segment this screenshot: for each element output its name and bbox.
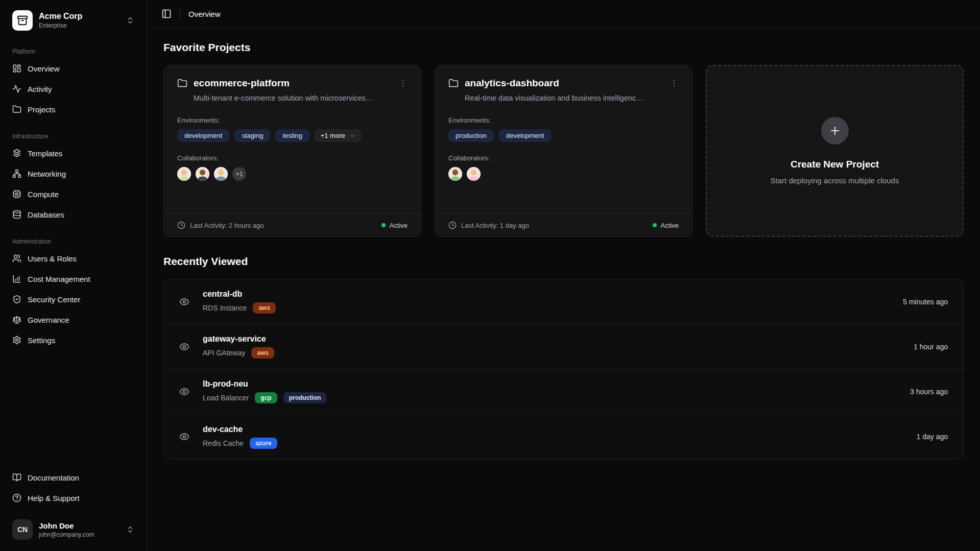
- more-vertical-icon[interactable]: [670, 79, 679, 88]
- database-icon: [12, 210, 21, 219]
- extra-collaborators-badge: +1: [232, 167, 246, 181]
- more-environments-label: +1 more: [321, 132, 345, 139]
- sidebar-item-label: Networking: [28, 170, 66, 178]
- recent-item-gateway-service[interactable]: gateway-service API GAteway aws 1 hour a…: [164, 324, 963, 369]
- environment-badge: staging: [234, 129, 270, 142]
- sidebar-item-label: Documentation: [28, 473, 79, 482]
- timestamp: 3 hours ago: [910, 388, 948, 396]
- eye-icon: [179, 297, 189, 307]
- provider-badge-aws: aws: [251, 347, 274, 358]
- collaborator-avatar: [196, 167, 209, 181]
- eye-icon: [179, 387, 189, 397]
- sidebar-item-label: Templates: [28, 149, 62, 158]
- sidebar: Acme Corp Enterprise Platform Overview A…: [0, 0, 147, 551]
- sidebar-item-label: Projects: [28, 105, 55, 114]
- sidebar-item-label: Governance: [28, 316, 69, 324]
- environment-badge: testing: [275, 129, 309, 142]
- plus-icon: [829, 125, 841, 137]
- sidebar-item-networking[interactable]: Networking: [8, 163, 138, 184]
- users-icon: [12, 254, 21, 263]
- bar-chart-icon: [12, 274, 21, 283]
- layout-dashboard-icon: [12, 64, 21, 73]
- topbar: Overview: [147, 0, 980, 28]
- project-title: ecommerce-platform: [194, 78, 290, 89]
- user-name: John Doe: [39, 521, 94, 530]
- environment-badge: development: [177, 129, 229, 142]
- org-name: Acme Corp: [39, 12, 82, 21]
- sidebar-item-security-center[interactable]: Security Center: [8, 289, 138, 309]
- sidebar-item-help-support[interactable]: Help & Support: [8, 488, 138, 508]
- page-content: Favorite Projects ecommerce-platform Mul…: [147, 28, 980, 551]
- sidebar-item-label: Help & Support: [28, 494, 80, 502]
- environment-badge: development: [499, 129, 551, 142]
- recent-item-dev-cache[interactable]: dev-cache Redis Cache azure 1 day ago: [164, 414, 963, 459]
- recent-item-central-db[interactable]: central-db RDS Instance aws 5 minutes ag…: [164, 279, 963, 324]
- collaborator-avatar: [177, 167, 191, 181]
- project-title: analytics-dashboard: [465, 78, 559, 89]
- resource-name: dev-cache: [203, 425, 277, 434]
- last-activity-text: Last Activity: 1 day ago: [461, 222, 529, 229]
- recent-item-lb-prod-neu[interactable]: lb-prod-neu Load Balancer gcp production…: [164, 369, 963, 414]
- sidebar-item-projects[interactable]: Projects: [8, 99, 138, 119]
- project-card-ecommerce-platform[interactable]: ecommerce-platform Multi-tenant e-commer…: [163, 65, 421, 237]
- help-circle-icon: [12, 493, 21, 502]
- activity-icon: [12, 84, 21, 93]
- status-dot: [381, 223, 386, 227]
- sidebar-item-cost-management[interactable]: Cost Management: [8, 269, 138, 289]
- sidebar-item-governance[interactable]: Governance: [8, 309, 138, 330]
- provider-badge-aws: aws: [253, 302, 276, 314]
- sidebar-item-activity[interactable]: Activity: [8, 79, 138, 99]
- clock-icon: [177, 221, 185, 229]
- resource-type: API GAteway: [203, 349, 245, 357]
- user-menu[interactable]: CN John Doe john@company.com: [8, 515, 138, 544]
- collaborator-avatar: [448, 167, 462, 181]
- favorite-projects-grid: ecommerce-platform Multi-tenant e-commer…: [163, 65, 964, 237]
- sidebar-item-templates[interactable]: Templates: [8, 143, 138, 163]
- project-card-analytics-dashboard[interactable]: analytics-dashboard Real-time data visua…: [435, 65, 692, 237]
- cpu-icon: [12, 189, 21, 199]
- project-description: Real-time data visualization and busines…: [465, 94, 679, 102]
- timestamp: 5 minutes ago: [903, 298, 948, 306]
- chevrons-up-down-icon: [126, 525, 134, 534]
- nav-section-label: Platform: [8, 48, 138, 55]
- chevrons-up-down-icon: [126, 16, 134, 25]
- environment-badge: production: [448, 129, 494, 142]
- resource-type: Redis Cache: [203, 439, 244, 447]
- eye-icon: [179, 342, 189, 352]
- sidebar-item-label: Settings: [28, 336, 55, 345]
- status-badge: Active: [653, 222, 679, 229]
- create-new-project-card[interactable]: Create New Project Start deploying acros…: [706, 65, 964, 237]
- sidebar-footer: Documentation Help & Support CN John Doe…: [8, 467, 138, 544]
- resource-name: central-db: [203, 290, 276, 299]
- shield-check-icon: [12, 295, 21, 304]
- sidebar-item-label: Overview: [28, 64, 60, 73]
- nav-section-label: Infrastructure: [8, 133, 138, 140]
- avatar: CN: [12, 519, 33, 540]
- sidebar-item-users-roles[interactable]: Users & Roles: [8, 248, 138, 269]
- clock-icon: [448, 221, 457, 229]
- sidebar-item-overview[interactable]: Overview: [8, 58, 138, 79]
- more-environments-button[interactable]: +1 more: [315, 129, 362, 142]
- timestamp: 1 day ago: [917, 433, 948, 441]
- gear-icon: [12, 336, 21, 345]
- create-project-subtitle: Start deploying across multiple clouds: [771, 176, 899, 185]
- sidebar-item-label: Activity: [28, 85, 52, 93]
- org-switcher[interactable]: Acme Corp Enterprise: [8, 6, 138, 35]
- plus-circle: [821, 117, 849, 145]
- sidebar-item-documentation[interactable]: Documentation: [8, 467, 138, 488]
- layers-icon: [12, 149, 21, 158]
- environments-label: Environments:: [448, 116, 679, 124]
- project-description: Multi-tenant e-commerce solution with mi…: [194, 94, 408, 102]
- collaborator-avatar: [214, 167, 228, 181]
- sidebar-item-databases[interactable]: Databases: [8, 204, 138, 225]
- sidebar-item-label: Databases: [28, 210, 64, 219]
- sidebar-toggle-icon[interactable]: [161, 9, 172, 19]
- favorites-heading: Favorite Projects: [163, 41, 964, 54]
- create-project-title: Create New Project: [791, 159, 879, 170]
- resource-type: Load Balancer: [203, 394, 249, 402]
- sidebar-item-settings[interactable]: Settings: [8, 330, 138, 350]
- sidebar-item-compute[interactable]: Compute: [8, 184, 138, 204]
- topbar-divider: [180, 9, 180, 19]
- resource-name: lb-prod-neu: [203, 379, 326, 389]
- more-vertical-icon[interactable]: [398, 79, 408, 88]
